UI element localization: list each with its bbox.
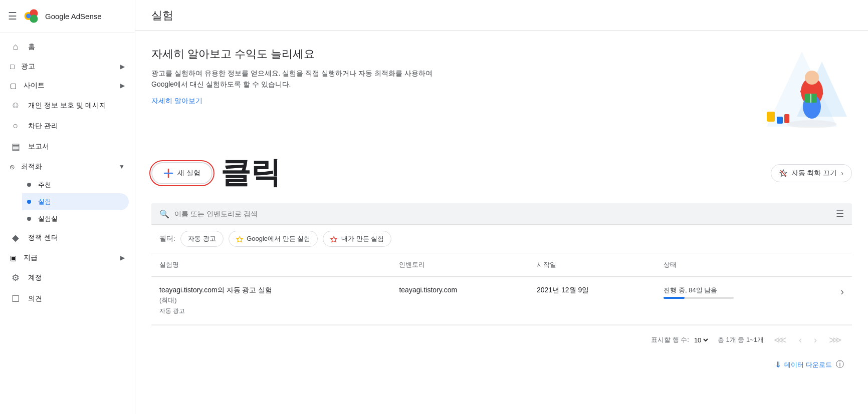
sidebar-label-ads: 광고 [21,62,35,71]
progress-bar [664,297,734,299]
download-icon: ⇓ [775,360,781,369]
search-icon: 🔍 [159,209,169,219]
sidebar-label-block: 차단 관리 [28,122,58,131]
prev-page-button[interactable]: ‹ [797,333,804,347]
logo [22,7,40,25]
next-page-button[interactable]: › [812,333,819,347]
sidebar-item-feedback[interactable]: ☐ 의견 [0,288,129,309]
svg-rect-14 [777,117,783,124]
hero-section: 자세히 알아보고 수익도 늘리세요 광고를 실험하여 유용한 정보를 얻으세요.… [151,47,852,137]
status-text: 진행 중, 84일 남음 [664,286,808,295]
progress-bar-fill [664,297,685,299]
svg-point-2 [30,15,38,23]
exp-start-date-cell: 2021년 12월 9일 [529,277,656,325]
sidebar-label-payment: 지급 [24,253,38,262]
sidebar-item-privacy[interactable]: ☺ 개인 정보 보호 및 메시지 [0,95,129,116]
filter-chip-mine[interactable]: 내가 만든 실험 [323,231,391,247]
sidebar-nav: ⌂ 홈 □ 광고 ▶ ▢ 사이트 ▶ ☺ 개인 정보 보호 및 메시지 ○ 차단… [0,33,135,414]
table-row[interactable]: teayagi.tistory.com의 자동 광고 실험 (최대) 자동 광고… [151,277,852,325]
ads-icon: □ [10,63,14,71]
sidebar-item-optimize[interactable]: ⎋ 최적화 ▼ [0,157,135,176]
info-icon[interactable]: ⓘ [836,359,844,370]
auto-optimize-label: 자동 최화 끄기 [791,169,837,178]
col-status: 상태 [656,253,816,277]
sidebar-item-lab[interactable]: 실험실 [22,210,129,227]
experiment-table: 실험명 인벤토리 시작일 상태 teayagi.tistory.com의 자동 … [151,253,852,325]
sidebar-label-optimize: 최적화 [21,162,42,171]
sidebar-item-recommend[interactable]: 추천 [22,176,129,193]
new-experiment-button[interactable]: 새 실험 [151,162,212,184]
filter-label: 필터: [159,234,175,243]
main-content: 자세히 알아보고 수익도 늘리세요 광고를 실험하여 유용한 정보를 얻으세요.… [135,31,868,414]
rows-per-page-select[interactable]: 10 25 50 [692,336,710,344]
col-actions [816,253,852,277]
auto-optimize-button[interactable]: 자동 최화 끄기 › [771,164,852,182]
first-page-button[interactable]: ⋘ [772,332,789,347]
learn-more-link[interactable]: 자세히 알아보기 [151,97,202,105]
main-header: 실험 [135,0,868,31]
main-area: 실험 자세히 알아보고 수익도 늘리세요 광고를 실험하여 유용한 정보를 얻으… [135,0,868,414]
feedback-icon: ☐ [10,293,21,304]
sidebar-item-payment[interactable]: ▣ 지급 ▶ [0,248,135,267]
sidebar-label-privacy: 개인 정보 보호 및 메시지 [28,101,106,110]
sidebar-label-policy: 정책 센터 [28,233,58,242]
sidebar-label-lab: 실험실 [38,214,58,223]
exp-name-line2: (최대) [159,296,383,305]
hero-description: 광고를 실험하여 유용한 정보를 얻으세요. 실험을 직접 실행하거나 자동 최… [151,68,432,90]
svg-point-7 [805,71,819,85]
exp-row-nav[interactable]: › [816,277,852,325]
sidebar-label-reports: 보고서 [28,142,49,151]
download-label: 데이터 다운로드 [784,360,832,369]
sidebar-item-block[interactable]: ○ 차단 관리 [0,116,129,136]
sidebar-item-home[interactable]: ⌂ 홈 [0,37,129,57]
exp-status-cell: 진행 중, 84일 남음 [656,277,816,325]
exp-name-cell: teayagi.tistory.com의 자동 광고 실험 (최대) 자동 광고 [151,277,391,325]
filter-chip-auto-ads[interactable]: 자동 광고 [180,231,224,247]
sidebar-label-recommend: 추천 [38,180,51,189]
click-label: 클릭 [221,153,281,193]
sidebar-label-feedback: 의견 [28,294,42,303]
site-icon: ▢ [10,82,17,90]
download-link[interactable]: ⇓ 데이터 다운로드 [775,360,832,369]
sidebar-item-reports[interactable]: ▤ 보고서 [0,136,129,157]
filter-icon-button[interactable]: ☰ [836,208,844,219]
sidebar-item-ads[interactable]: □ 광고 ▶ [0,57,135,76]
brand-name: Google AdSense [45,12,102,21]
col-name: 실험명 [151,253,391,277]
filter-chip-google[interactable]: Google에서 만든 실험 [229,231,318,247]
sidebar-label-settings: 계정 [28,273,42,282]
search-input[interactable] [174,210,831,218]
hero-title: 자세히 알아보고 수익도 늘리세요 [151,47,432,62]
hero-illustration [752,47,852,137]
exp-name-line1: teayagi.tistory.com의 자동 광고 실험 [159,286,383,295]
rows-per-page: 표시할 행 수: 10 25 50 [651,335,710,344]
svg-rect-13 [767,112,775,122]
sidebar-item-policy[interactable]: ◆ 정책 센터 [0,227,129,248]
payment-icon: ▣ [10,254,17,262]
exp-inventory-cell: teayagi.tistory.com [391,277,529,325]
pagination-row: 표시할 행 수: 10 25 50 총 1개 중 1~1개 ⋘ ‹ › ⋙ [151,325,852,354]
page-info: 총 1개 중 1~1개 [718,335,764,344]
dot-experiment-icon [27,200,31,204]
policy-icon: ◆ [10,232,21,243]
exp-type: 자동 광고 [159,307,383,315]
settings-icon: ⚙ [10,272,21,283]
last-page-button[interactable]: ⋙ [827,332,844,347]
chevron-ads-icon: ▶ [120,63,125,70]
sidebar-item-settings[interactable]: ⚙ 계정 [0,267,129,288]
hamburger-icon[interactable]: ☰ [8,10,17,22]
plus-icon [163,168,173,178]
chevron-optimize-icon: ▼ [119,163,125,170]
privacy-icon: ☺ [10,100,21,111]
block-icon: ○ [10,121,21,131]
download-row: ⇓ 데이터 다운로드 ⓘ [151,354,852,375]
optimize-icon: ⎋ [10,163,14,171]
svg-rect-15 [784,114,789,123]
sidebar-item-experiment[interactable]: 실험 [22,193,129,210]
sidebar-item-site[interactable]: ▢ 사이트 ▶ [0,76,135,95]
my-experiment-icon [330,236,337,243]
dot-lab-icon [27,217,31,221]
filter-row: 필터: 자동 광고 Google에서 만든 실험 내가 만든 실험 [151,225,852,253]
rows-per-page-label: 표시할 행 수: [651,335,689,344]
chevron-auto-opt-icon: › [841,169,843,177]
